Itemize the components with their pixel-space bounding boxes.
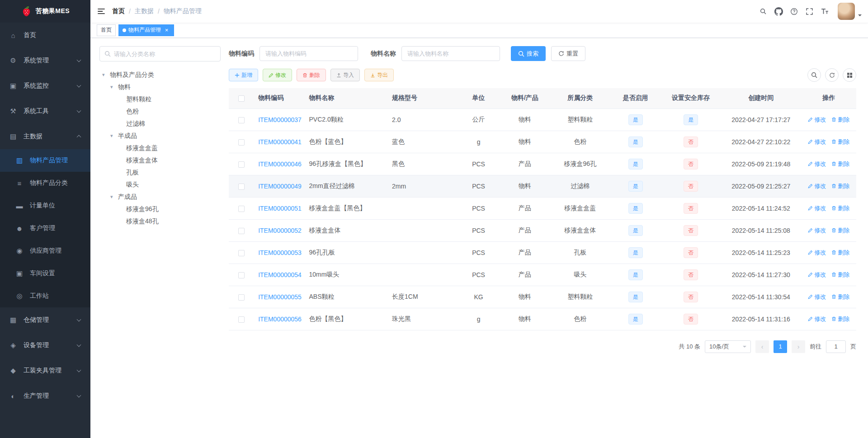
edit-row-link[interactable]: 修改 <box>808 315 826 323</box>
sidebar-subitem-supplier-management[interactable]: ◉供应商管理 <box>0 240 90 262</box>
row-checkbox[interactable] <box>238 272 245 278</box>
row-checkbox[interactable] <box>238 228 245 234</box>
material-code-link[interactable]: ITEM00000055 <box>258 293 302 301</box>
export-button[interactable]: 导出 <box>364 69 394 81</box>
category-search-input[interactable] <box>114 51 216 57</box>
material-code-link[interactable]: ITEM00000056 <box>258 316 302 323</box>
sidebar-item-warehouse-management[interactable]: ▦仓储管理 <box>0 307 90 333</box>
edit-row-link[interactable]: 修改 <box>808 249 826 257</box>
delete-button[interactable]: 删除 <box>297 69 326 81</box>
material-code-input[interactable] <box>259 46 358 61</box>
goto-page-input[interactable] <box>826 340 846 353</box>
edit-row-link[interactable]: 修改 <box>808 138 826 146</box>
sidebar-subitem-material-product-management[interactable]: ▥物料产品管理 <box>0 149 90 172</box>
material-code-link[interactable]: ITEM00000046 <box>258 160 302 168</box>
delete-row-link[interactable]: 删除 <box>831 182 849 190</box>
tree-node[interactable]: 移液盒48孔 <box>99 215 221 227</box>
edit-row-link[interactable]: 修改 <box>808 293 826 301</box>
tree-node[interactable]: 移液盒盒体 <box>99 154 221 166</box>
sidebar-subitem-customer-management[interactable]: ☻客户管理 <box>0 217 90 240</box>
next-page-button[interactable]: › <box>792 340 805 353</box>
question-icon[interactable] <box>786 0 802 23</box>
material-code-link[interactable]: ITEM00000051 <box>258 205 302 212</box>
row-checkbox[interactable] <box>238 206 245 212</box>
tree-node[interactable]: 过滤棉 <box>99 118 221 130</box>
toggle-search-button[interactable] <box>807 68 821 82</box>
delete-row-link[interactable]: 删除 <box>831 249 849 257</box>
delete-row-link[interactable]: 删除 <box>831 271 849 279</box>
tree-node[interactable]: ▾产成品 <box>99 191 221 203</box>
sidebar-subitem-workshop-settings[interactable]: ▣车间设置 <box>0 262 90 285</box>
breadcrumb-item[interactable]: 首页 <box>112 7 125 15</box>
app-logo[interactable]: 苦糖果MES <box>0 0 90 23</box>
breadcrumb-item[interactable]: 主数据 <box>135 7 154 15</box>
tree-node[interactable]: 塑料颗粒 <box>99 93 221 105</box>
delete-row-link[interactable]: 删除 <box>831 315 849 323</box>
sidebar-item-production-management[interactable]: ◐生产管理 <box>0 383 90 409</box>
edit-row-link[interactable]: 修改 <box>808 226 826 235</box>
caret-down-icon[interactable] <box>858 14 862 18</box>
sidebar-item-home[interactable]: ⌂首页 <box>0 23 90 48</box>
material-code-link[interactable]: ITEM00000052 <box>258 227 302 234</box>
select-all-checkbox[interactable] <box>238 95 245 102</box>
tree-node[interactable]: ▾物料 <box>99 81 221 93</box>
row-checkbox[interactable] <box>238 184 245 190</box>
sidebar-item-system-tools[interactable]: ⚒系统工具 <box>0 99 90 124</box>
search-icon[interactable] <box>755 0 771 23</box>
edit-row-link[interactable]: 修改 <box>808 271 826 279</box>
material-code-link[interactable]: ITEM00000037 <box>258 116 302 123</box>
material-name-input[interactable] <box>401 46 500 61</box>
tree-node[interactable]: 色粉 <box>99 105 221 118</box>
tree-node[interactable]: 移液盒96孔 <box>99 203 221 215</box>
tree-node[interactable]: 孔板 <box>99 166 221 179</box>
close-icon[interactable]: × <box>163 27 170 33</box>
delete-row-link[interactable]: 删除 <box>831 226 849 235</box>
edit-row-link[interactable]: 修改 <box>808 116 826 124</box>
tab-material-product-management[interactable]: 物料产品管理× <box>118 24 174 36</box>
add-button[interactable]: 新增 <box>229 69 258 81</box>
edit-row-link[interactable]: 修改 <box>808 182 826 190</box>
columns-button[interactable] <box>843 68 856 82</box>
tab-home[interactable]: 首页 <box>97 24 116 36</box>
import-button[interactable]: 导入 <box>330 69 360 81</box>
fullscreen-icon[interactable] <box>802 0 817 23</box>
refresh-button[interactable] <box>825 68 839 82</box>
row-checkbox[interactable] <box>238 139 245 146</box>
page-1-button[interactable]: 1 <box>774 340 787 353</box>
github-icon[interactable] <box>771 0 786 23</box>
tree-node[interactable]: ▾物料及产品分类 <box>99 69 221 81</box>
row-checkbox[interactable] <box>238 250 245 256</box>
edit-row-link[interactable]: 修改 <box>808 160 826 168</box>
avatar[interactable] <box>838 3 855 20</box>
search-button[interactable]: 搜索 <box>511 46 546 61</box>
prev-page-button[interactable]: ‹ <box>755 340 769 353</box>
tree-node[interactable]: 移液盒盒盖 <box>99 142 221 154</box>
sidebar-item-master-data[interactable]: ▤主数据 <box>0 124 90 149</box>
font-size-icon[interactable] <box>817 0 832 23</box>
sidebar-item-equipment-management[interactable]: ◈设备管理 <box>0 333 90 358</box>
page-size-select[interactable]: 10条/页 <box>705 340 751 353</box>
sidebar-subitem-measurement-unit[interactable]: ▬计量单位 <box>0 194 90 217</box>
sidebar-item-fixture-management[interactable]: ◆工装夹具管理 <box>0 358 90 383</box>
sidebar-item-system-management[interactable]: ⚙系统管理 <box>0 48 90 73</box>
tree-node[interactable]: 吸头 <box>99 179 221 191</box>
material-code-link[interactable]: ITEM00000054 <box>258 271 302 278</box>
row-checkbox[interactable] <box>238 161 245 168</box>
delete-row-link[interactable]: 删除 <box>831 160 849 168</box>
hamburger-icon[interactable] <box>90 0 112 23</box>
edit-row-link[interactable]: 修改 <box>808 204 826 212</box>
edit-button[interactable]: 修改 <box>263 69 292 81</box>
delete-row-link[interactable]: 删除 <box>831 204 849 212</box>
sidebar-subitem-workstation[interactable]: ◎工作站 <box>0 285 90 307</box>
material-code-link[interactable]: ITEM00000049 <box>258 183 302 190</box>
row-checkbox[interactable] <box>238 294 245 301</box>
tree-node[interactable]: ▾半成品 <box>99 130 221 142</box>
material-code-link[interactable]: ITEM00000053 <box>258 249 302 256</box>
row-checkbox[interactable] <box>238 316 245 323</box>
delete-row-link[interactable]: 删除 <box>831 293 849 301</box>
material-code-link[interactable]: ITEM00000041 <box>258 138 302 146</box>
row-checkbox[interactable] <box>238 117 245 123</box>
reset-button[interactable]: 重置 <box>551 46 585 61</box>
sidebar-subitem-material-product-category[interactable]: ≡物料产品分类 <box>0 172 90 194</box>
sidebar-item-system-monitor[interactable]: ▣系统监控 <box>0 73 90 99</box>
